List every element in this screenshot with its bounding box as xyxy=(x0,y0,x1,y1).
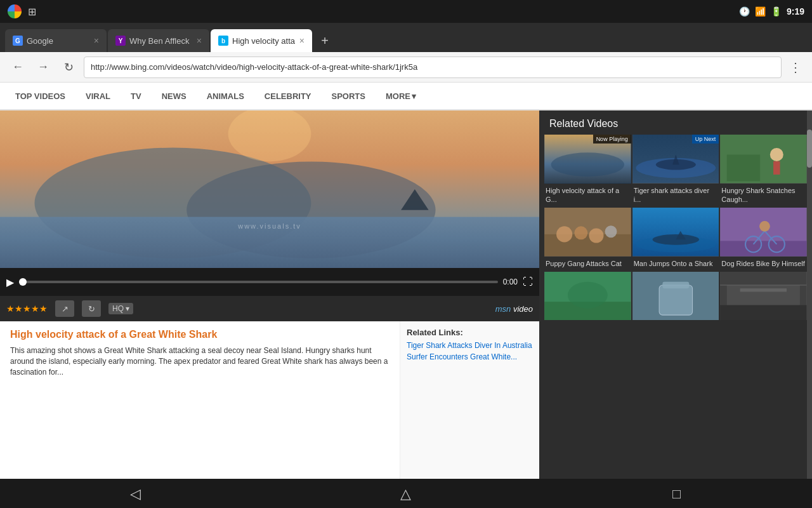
thumb-img-3 xyxy=(544,208,631,257)
nav-tab-top-videos[interactable]: TOP VIDEOS xyxy=(13,82,68,110)
related-item-2[interactable]: Hungry Shark Snatches Caugh... xyxy=(720,135,807,206)
nav-tabs: TOP VIDEOS VIRAL TV NEWS ANIMALS CELEBRI… xyxy=(0,83,812,110)
related-label-1: Tiger shark attacks diver i... xyxy=(632,184,719,207)
related-videos-title: Related Videos xyxy=(539,110,812,135)
related-link-1[interactable]: Surfer Encounters Great White... xyxy=(407,352,533,361)
thumb-7 xyxy=(632,272,719,321)
address-bar: ← → ↻ ⋮ xyxy=(0,52,812,83)
svg-point-20 xyxy=(589,229,603,243)
home-nav-button[interactable]: △ xyxy=(387,481,425,507)
time-display: 0:00 xyxy=(503,277,518,286)
svg-point-35 xyxy=(568,282,608,309)
thumb-img-8 xyxy=(720,272,807,321)
clock-icon: 🕐 xyxy=(739,6,750,17)
forward-button[interactable]: → xyxy=(33,57,53,77)
thumb-img-4 xyxy=(632,208,719,257)
thumb-6 xyxy=(544,272,631,321)
related-links-title: Related Links: xyxy=(407,328,533,337)
share-button[interactable]: ↗ xyxy=(55,300,74,317)
tab-favicon-bing: b xyxy=(218,36,228,46)
video-info-left: High velocity attack of a Great White Sh… xyxy=(0,321,400,479)
thumb-5 xyxy=(720,208,807,257)
url-input[interactable] xyxy=(84,57,782,78)
video-description: This amazing shot shows a Great White Sh… xyxy=(10,345,390,377)
back-nav-button[interactable]: ◁ xyxy=(116,481,154,507)
nav-tab-sports[interactable]: SPORTS xyxy=(329,82,368,110)
bottom-nav: ◁ △ □ xyxy=(0,479,812,508)
tab-favicon-yahoo: Y xyxy=(115,36,126,46)
thumb-3 xyxy=(544,208,631,257)
svg-point-21 xyxy=(605,225,617,237)
grid-icon: ⊞ xyxy=(28,6,36,18)
tab-label-yahoo: Why Ben Affleck xyxy=(129,36,189,46)
svg-rect-27 xyxy=(721,241,807,257)
video-info-section: High velocity attack of a Great White Sh… xyxy=(0,321,539,479)
thumb-1: Up Next xyxy=(632,135,719,184)
nav-tab-viral[interactable]: VIRAL xyxy=(83,82,113,110)
thumb-img-6 xyxy=(544,272,631,321)
related-label-6 xyxy=(544,320,631,325)
thumb-badge-0: Now Playing xyxy=(593,135,631,144)
nav-tab-animals[interactable]: ANIMALS xyxy=(204,82,247,110)
thumb-img-7 xyxy=(632,272,719,321)
thumb-badge-1: Up Next xyxy=(692,135,719,144)
related-label-3: Puppy Gang Attacks Cat xyxy=(544,257,631,271)
thumb-4 xyxy=(632,208,719,257)
related-link-0[interactable]: Tiger Shark Attacks Diver In Australia xyxy=(407,341,533,350)
video-player[interactable]: Visual Impact xyxy=(0,110,539,268)
new-tab-button[interactable]: + xyxy=(313,29,336,52)
related-panel: Related Videos Now Playing High velocity… xyxy=(539,110,812,479)
scrollbar-thumb[interactable] xyxy=(807,130,812,168)
time-display: 9:19 xyxy=(787,6,804,17)
main-content: Visual Impact xyxy=(0,110,812,479)
battery-icon: 🔋 xyxy=(771,6,782,17)
related-item-1[interactable]: Up Next Tiger shark attacks diver i... xyxy=(632,135,719,206)
thumb-img-2 xyxy=(720,135,807,184)
svg-point-18 xyxy=(556,226,572,242)
tab-label-google: Google xyxy=(27,36,53,46)
related-item-0[interactable]: Now Playing High velocity attack of a G.… xyxy=(544,135,631,206)
refresh-button[interactable]: ↻ xyxy=(58,57,79,77)
svg-point-14 xyxy=(770,148,783,161)
related-item-5[interactable]: Dog Rides Bike By Himself xyxy=(720,208,807,271)
svg-rect-37 xyxy=(659,285,692,315)
back-button[interactable]: ← xyxy=(8,57,28,77)
nav-tab-celebrity[interactable]: CELEBRITY xyxy=(262,82,314,110)
related-item-4[interactable]: Man Jumps Onto a Shark xyxy=(632,208,719,271)
related-item-6[interactable] xyxy=(544,272,631,326)
related-item-7[interactable] xyxy=(632,272,719,326)
tab-google[interactable]: G Google × xyxy=(5,29,107,52)
related-label-5: Dog Rides Bike By Himself xyxy=(720,257,807,271)
svg-rect-43 xyxy=(740,288,787,291)
related-label-8 xyxy=(720,320,807,325)
video-controls: ▶ 0:00 ⛶ xyxy=(0,268,539,296)
status-left: ⊞ xyxy=(8,4,36,18)
tab-bing[interactable]: b High velocity atta × xyxy=(211,29,312,52)
tab-close-yahoo[interactable]: × xyxy=(197,36,202,46)
related-item-8[interactable] xyxy=(720,272,807,326)
nav-tab-news[interactable]: NEWS xyxy=(159,82,189,110)
fullscreen-button[interactable]: ⛶ xyxy=(523,276,533,288)
quality-button[interactable]: HQ ▾ xyxy=(108,303,133,314)
nav-tab-more[interactable]: MORE ▾ xyxy=(383,82,419,110)
play-control-button[interactable]: ▶ xyxy=(6,276,14,288)
msn-logo: msn video xyxy=(495,304,533,314)
video-actions: ★★★★★ ↗ ↻ HQ ▾ msn video xyxy=(0,296,539,321)
progress-indicator xyxy=(19,278,27,286)
tab-close-google[interactable]: × xyxy=(94,36,99,46)
related-item-3[interactable]: Puppy Gang Attacks Cat xyxy=(544,208,631,271)
status-right: 🕐 📶 🔋 9:19 xyxy=(739,6,804,17)
nav-tab-tv[interactable]: TV xyxy=(128,82,144,110)
chevron-down-icon: ▾ xyxy=(412,91,416,101)
tab-label-bing: High velocity atta xyxy=(232,36,295,46)
tab-yahoo[interactable]: Y Why Ben Affleck × xyxy=(108,29,209,52)
progress-bar[interactable] xyxy=(19,281,498,283)
browser-menu-button[interactable]: ⋮ xyxy=(787,57,804,77)
star-rating[interactable]: ★★★★★ xyxy=(6,304,48,314)
recent-apps-button[interactable]: □ xyxy=(658,481,696,507)
thumb-8 xyxy=(720,272,807,321)
related-label-4: Man Jumps Onto a Shark xyxy=(632,257,719,271)
svg-point-19 xyxy=(574,226,587,239)
repeat-button[interactable]: ↻ xyxy=(82,300,101,317)
tab-close-bing[interactable]: × xyxy=(299,36,304,46)
